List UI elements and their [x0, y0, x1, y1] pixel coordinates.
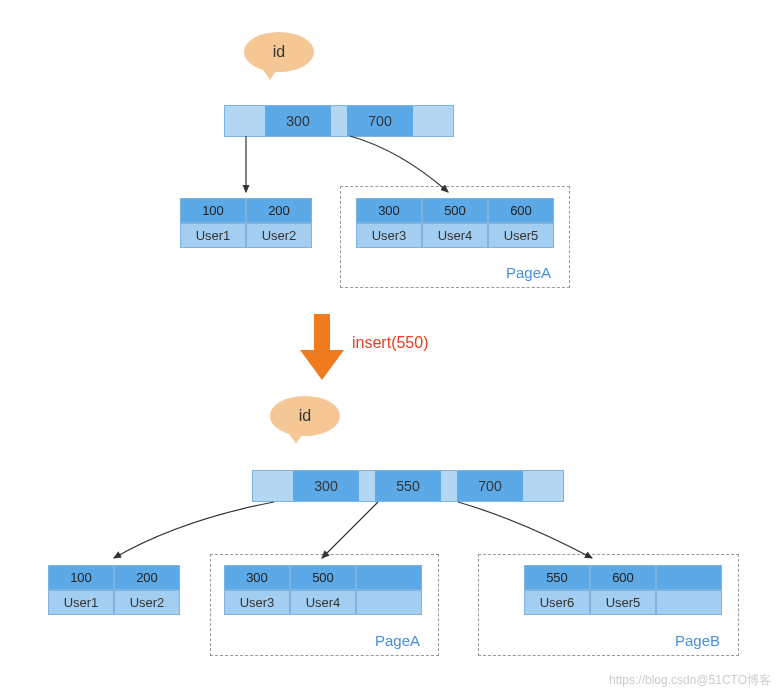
leaf-header-row: 550 600	[524, 565, 722, 590]
root-key-2: 700	[457, 471, 523, 501]
bubble-label: id	[273, 43, 285, 61]
page-a-label-before: PageA	[506, 264, 551, 281]
insert-arrow-icon	[300, 314, 344, 384]
leaf-header-row: 100 200	[48, 565, 180, 590]
leaf-val-1: User4	[290, 590, 356, 615]
root-slot-0	[253, 471, 293, 501]
root-key-1: 700	[347, 106, 413, 136]
page-a-label-after: PageA	[375, 632, 420, 649]
leaf-data-row: User3 User4 User5	[356, 223, 554, 248]
leaf-val-1: User5	[590, 590, 656, 615]
bubble-label-after: id	[299, 407, 311, 425]
leaf-key-0: 300	[224, 565, 290, 590]
leaf-val-1: User4	[422, 223, 488, 248]
leaf-page-a-after: 300 500 User3 User4	[224, 565, 422, 615]
leaf-val-2	[656, 590, 722, 615]
leaf-key-1: 500	[422, 198, 488, 223]
leaf-key-1: 500	[290, 565, 356, 590]
leaf-key-0: 550	[524, 565, 590, 590]
leaf-header-row: 300 500	[224, 565, 422, 590]
insert-label: insert(550)	[352, 334, 428, 352]
leaf-data-row: User3 User4	[224, 590, 422, 615]
leaf-key-1: 200	[246, 198, 312, 223]
bubble-id-after: id	[270, 396, 340, 436]
leaf-val-0: User3	[356, 223, 422, 248]
leaf-key-0: 300	[356, 198, 422, 223]
leaf-data-row: User1 User2	[48, 590, 180, 615]
leaf-key-0: 100	[48, 565, 114, 590]
root-key-1: 550	[375, 471, 441, 501]
leaf-key-2	[656, 565, 722, 590]
svg-rect-0	[314, 314, 330, 352]
leaf-left-after: 100 200 User1 User2	[48, 565, 180, 615]
bubble-id-before: id	[244, 32, 314, 72]
root-key-0: 300	[265, 106, 331, 136]
leaf-key-0: 100	[180, 198, 246, 223]
page-b-label-after: PageB	[675, 632, 720, 649]
leaf-page-a-before: 300 500 600 User3 User4 User5	[356, 198, 554, 248]
leaf-val-2: User5	[488, 223, 554, 248]
leaf-val-0: User1	[180, 223, 246, 248]
leaf-left-before: 100 200 User1 User2	[180, 198, 312, 248]
leaf-key-2	[356, 565, 422, 590]
root-node-before: 300 700	[224, 105, 454, 137]
leaf-val-0: User3	[224, 590, 290, 615]
leaf-header-row: 300 500 600	[356, 198, 554, 223]
leaf-key-2: 600	[488, 198, 554, 223]
leaf-val-0: User6	[524, 590, 590, 615]
root-key-0: 300	[293, 471, 359, 501]
leaf-key-1: 600	[590, 565, 656, 590]
leaf-val-2	[356, 590, 422, 615]
root-slot-empty	[225, 106, 265, 136]
root-slot-end	[413, 106, 453, 136]
leaf-key-1: 200	[114, 565, 180, 590]
leaf-data-row: User6 User5	[524, 590, 722, 615]
leaf-val-0: User1	[48, 590, 114, 615]
leaf-header-row: 100 200	[180, 198, 312, 223]
watermark-text: https://blog.csdn@51CTO博客	[609, 672, 771, 689]
root-node-after: 300 550 700	[252, 470, 564, 502]
leaf-val-1: User2	[114, 590, 180, 615]
root-slot-3	[523, 471, 563, 501]
leaf-page-b-after: 550 600 User6 User5	[524, 565, 722, 615]
leaf-data-row: User1 User2	[180, 223, 312, 248]
root-slot-2	[441, 471, 457, 501]
svg-marker-1	[300, 350, 344, 380]
root-slot-1	[359, 471, 375, 501]
root-slot-mid	[331, 106, 347, 136]
leaf-val-1: User2	[246, 223, 312, 248]
